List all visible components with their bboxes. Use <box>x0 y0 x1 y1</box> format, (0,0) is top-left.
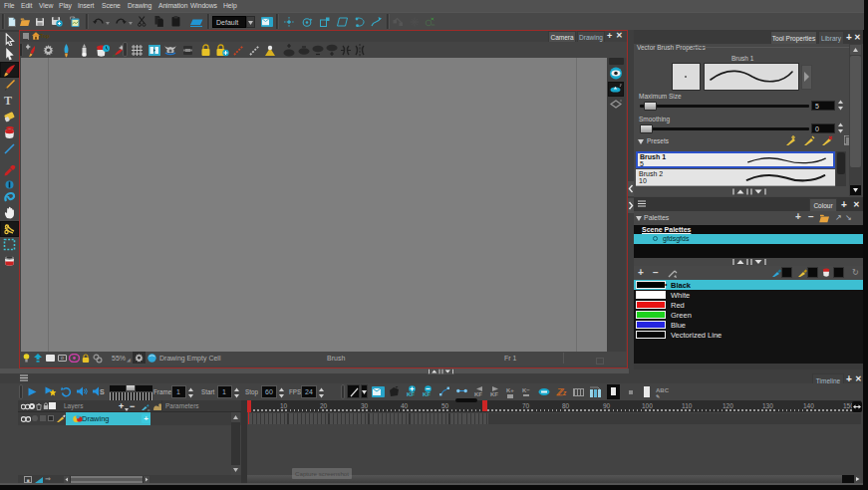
svg-text:S: S <box>100 388 105 395</box>
